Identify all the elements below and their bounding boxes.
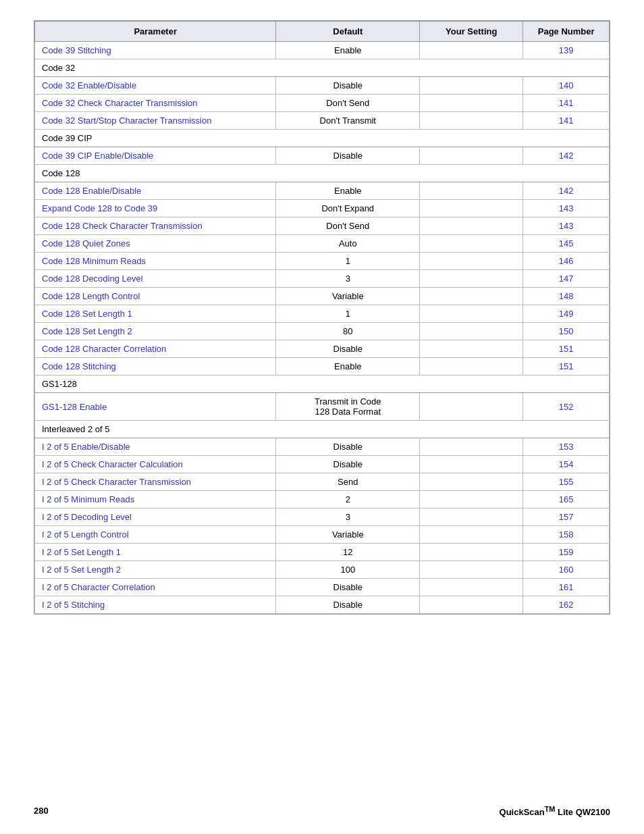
page-num-link[interactable]: 153 — [559, 442, 574, 452]
param-cell[interactable]: I 2 of 5 Check Character Transmission — [35, 473, 276, 491]
param-cell[interactable]: Code 128 Enable/Disable — [35, 182, 276, 200]
page-num-link[interactable]: 142 — [559, 186, 574, 196]
page-num-cell[interactable]: 143 — [523, 217, 610, 235]
page-num-cell[interactable]: 148 — [523, 288, 610, 305]
page-num-cell[interactable]: 155 — [523, 473, 610, 491]
param-cell[interactable]: Code 128 Decoding Level — [35, 270, 276, 288]
param-link[interactable]: Expand Code 128 to Code 39 — [42, 203, 157, 213]
page-num-cell[interactable]: 147 — [523, 270, 610, 288]
param-cell[interactable]: Code 128 Length Control — [35, 288, 276, 305]
page-num-link[interactable]: 152 — [559, 402, 574, 412]
page-num-cell[interactable]: 162 — [523, 596, 610, 614]
page-num-cell[interactable]: 140 — [523, 77, 610, 95]
page-num-cell[interactable]: 150 — [523, 323, 610, 340]
param-cell[interactable]: Code 32 Enable/Disable — [35, 77, 276, 95]
param-link[interactable]: I 2 of 5 Check Character Calculation — [42, 459, 183, 469]
page-num-link[interactable]: 140 — [559, 80, 574, 90]
param-cell[interactable]: Code 128 Stitching — [35, 358, 276, 375]
page-num-cell[interactable]: 141 — [523, 112, 610, 130]
page-num-link[interactable]: 141 — [559, 115, 574, 126]
page-num-cell[interactable]: 153 — [523, 438, 610, 456]
param-link[interactable]: I 2 of 5 Character Correlation — [42, 582, 155, 592]
page-num-cell[interactable]: 143 — [523, 200, 610, 217]
page-num-link[interactable]: 157 — [559, 512, 574, 522]
page-num-link[interactable]: 162 — [559, 600, 574, 610]
page-num-link[interactable]: 143 — [559, 203, 574, 213]
param-link[interactable]: Code 128 Enable/Disable — [42, 186, 141, 196]
param-cell[interactable]: Code 32 Start/Stop Character Transmissio… — [35, 112, 276, 130]
page-num-cell[interactable]: 154 — [523, 456, 610, 473]
param-cell[interactable]: I 2 of 5 Set Length 1 — [35, 544, 276, 561]
param-link[interactable]: I 2 of 5 Set Length 1 — [42, 547, 121, 557]
param-link[interactable]: Code 128 Length Control — [42, 291, 140, 301]
param-cell[interactable]: Expand Code 128 to Code 39 — [35, 200, 276, 217]
page-num-cell[interactable]: 157 — [523, 509, 610, 526]
page-num-link[interactable]: 160 — [559, 565, 574, 575]
param-cell[interactable]: I 2 of 5 Stitching — [35, 596, 276, 614]
param-cell[interactable]: I 2 of 5 Decoding Level — [35, 509, 276, 526]
page-num-link[interactable]: 146 — [559, 256, 574, 266]
page-num-cell[interactable]: 145 — [523, 235, 610, 253]
param-link[interactable]: Code 128 Check Character Transmission — [42, 221, 203, 231]
param-link[interactable]: Code 32 Enable/Disable — [42, 80, 136, 90]
param-link[interactable]: I 2 of 5 Enable/Disable — [42, 442, 130, 452]
param-cell[interactable]: I 2 of 5 Minimum Reads — [35, 491, 276, 509]
param-link[interactable]: Code 39 CIP Enable/Disable — [42, 151, 153, 161]
page-num-link[interactable]: 150 — [559, 326, 574, 336]
page-num-cell[interactable]: 139 — [523, 42, 610, 59]
param-cell[interactable]: Code 128 Set Length 1 — [35, 305, 276, 323]
param-cell[interactable]: I 2 of 5 Set Length 2 — [35, 561, 276, 579]
param-cell[interactable]: Code 39 CIP Enable/Disable — [35, 147, 276, 165]
page-num-link[interactable]: 161 — [559, 582, 574, 592]
page-num-cell[interactable]: 142 — [523, 182, 610, 200]
page-num-cell[interactable]: 141 — [523, 95, 610, 112]
param-link[interactable]: Code 128 Quiet Zones — [42, 238, 130, 249]
param-link[interactable]: Code 128 Set Length 2 — [42, 326, 132, 336]
page-num-link[interactable]: 159 — [559, 547, 574, 557]
page-num-cell[interactable]: 146 — [523, 253, 610, 270]
param-cell[interactable]: Code 128 Set Length 2 — [35, 323, 276, 340]
param-link[interactable]: Code 128 Set Length 1 — [42, 309, 132, 319]
param-link[interactable]: I 2 of 5 Check Character Transmission — [42, 477, 191, 487]
param-link[interactable]: Code 128 Decoding Level — [42, 273, 143, 284]
param-cell[interactable]: I 2 of 5 Character Correlation — [35, 579, 276, 596]
page-num-link[interactable]: 149 — [559, 309, 574, 319]
param-link[interactable]: I 2 of 5 Length Control — [42, 529, 129, 540]
param-cell[interactable]: GS1-128 Enable — [35, 393, 276, 421]
page-num-link[interactable]: 143 — [559, 221, 574, 231]
param-cell[interactable]: Code 39 Stitching — [35, 42, 276, 59]
param-link[interactable]: I 2 of 5 Minimum Reads — [42, 494, 134, 504]
page-num-link[interactable]: 139 — [559, 45, 574, 55]
param-cell[interactable]: Code 128 Character Correlation — [35, 340, 276, 358]
page-num-link[interactable]: 148 — [559, 291, 574, 301]
page-num-cell[interactable]: 165 — [523, 491, 610, 509]
page-num-link[interactable]: 151 — [559, 344, 574, 354]
page-num-cell[interactable]: 159 — [523, 544, 610, 561]
page-num-link[interactable]: 158 — [559, 529, 574, 540]
page-num-cell[interactable]: 142 — [523, 147, 610, 165]
page-num-cell[interactable]: 151 — [523, 358, 610, 375]
param-cell[interactable]: I 2 of 5 Length Control — [35, 526, 276, 544]
param-cell[interactable]: I 2 of 5 Enable/Disable — [35, 438, 276, 456]
param-link[interactable]: Code 128 Stitching — [42, 361, 116, 371]
page-num-link[interactable]: 147 — [559, 273, 574, 284]
page-num-link[interactable]: 151 — [559, 361, 574, 371]
param-link[interactable]: I 2 of 5 Stitching — [42, 600, 105, 610]
param-link[interactable]: Code 39 Stitching — [42, 45, 111, 55]
param-cell[interactable]: Code 128 Check Character Transmission — [35, 217, 276, 235]
page-num-cell[interactable]: 151 — [523, 340, 610, 358]
param-cell[interactable]: I 2 of 5 Check Character Calculation — [35, 456, 276, 473]
param-link[interactable]: I 2 of 5 Set Length 2 — [42, 565, 121, 575]
param-cell[interactable]: Code 128 Minimum Reads — [35, 253, 276, 270]
page-num-link[interactable]: 145 — [559, 238, 574, 249]
page-num-link[interactable]: 142 — [559, 151, 574, 161]
param-link[interactable]: Code 128 Character Correlation — [42, 344, 166, 354]
page-num-cell[interactable]: 149 — [523, 305, 610, 323]
page-num-cell[interactable]: 158 — [523, 526, 610, 544]
page-num-cell[interactable]: 160 — [523, 561, 610, 579]
param-link[interactable]: Code 32 Check Character Transmission — [42, 98, 198, 108]
param-cell[interactable]: Code 32 Check Character Transmission — [35, 95, 276, 112]
param-cell[interactable]: Code 128 Quiet Zones — [35, 235, 276, 253]
param-link[interactable]: GS1-128 Enable — [42, 402, 107, 412]
param-link[interactable]: Code 128 Minimum Reads — [42, 256, 146, 266]
